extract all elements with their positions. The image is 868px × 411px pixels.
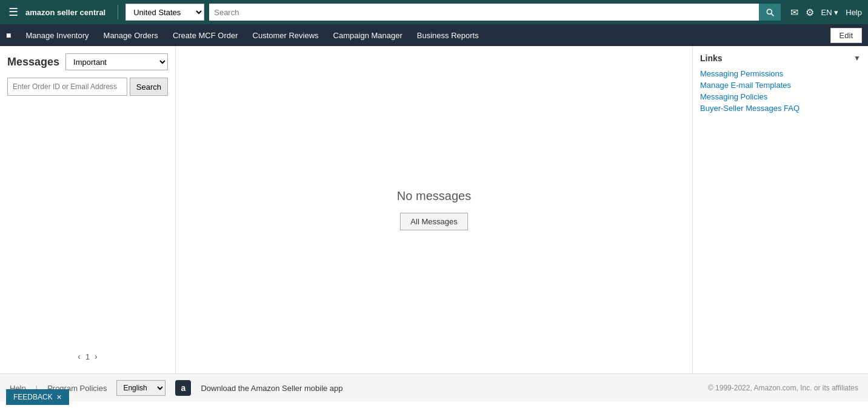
language-selector[interactable]: EN ▾ xyxy=(821,8,839,17)
order-search-button[interactable]: Search xyxy=(130,78,168,96)
left-sidebar: Messages Important All Unread Search ‹ 1… xyxy=(0,46,176,373)
language-dropdown[interactable]: English Español Français Deutsch xyxy=(116,380,165,396)
nav-bar: ■ Manage Inventory Manage Orders Create … xyxy=(0,24,868,46)
nav-square-icon[interactable]: ■ xyxy=(6,30,11,40)
hamburger-icon[interactable]: ☰ xyxy=(6,3,21,21)
nav-campaign-manager[interactable]: Campaign Manager xyxy=(326,24,410,46)
order-search-input[interactable] xyxy=(7,78,127,96)
all-messages-button[interactable]: All Messages xyxy=(400,213,467,230)
messages-filter-dropdown[interactable]: Important All Unread xyxy=(65,53,168,70)
pagination: ‹ 1 › xyxy=(7,347,168,366)
copyright-text: © 1999-2022, Amazon.com, Inc. or its aff… xyxy=(708,384,858,392)
right-panel: Links ▼ Messaging Permissions Manage E-m… xyxy=(692,46,868,373)
nav-manage-orders[interactable]: Manage Orders xyxy=(96,24,165,46)
footer: Help | Program Policies English Español … xyxy=(0,373,868,402)
amazon-app-icon: a xyxy=(175,380,191,396)
feedback-label: FEEDBACK xyxy=(13,393,53,401)
links-title: Links xyxy=(700,53,723,63)
messages-title: Messages xyxy=(7,56,59,68)
messages-header: Messages Important All Unread xyxy=(7,53,168,70)
feedback-button[interactable]: FEEDBACK ✕ xyxy=(6,389,69,402)
main-layout: Messages Important All Unread Search ‹ 1… xyxy=(0,46,868,373)
download-app-text[interactable]: Download the Amazon Seller mobile app xyxy=(201,384,342,393)
no-messages-label: No messages xyxy=(397,189,471,203)
feedback-close-icon[interactable]: ✕ xyxy=(56,393,62,401)
nav-manage-inventory[interactable]: Manage Inventory xyxy=(18,24,96,46)
links-header: Links ▼ xyxy=(700,53,861,63)
search-input[interactable] xyxy=(209,4,758,21)
current-page: 1 xyxy=(85,352,90,361)
next-page-button[interactable]: › xyxy=(95,352,98,361)
help-link[interactable]: Help xyxy=(846,8,862,17)
search-icon xyxy=(765,7,775,17)
link-messaging-policies[interactable]: Messaging Policies xyxy=(700,92,861,101)
gear-icon[interactable]: ⚙ xyxy=(806,7,814,18)
link-buyer-seller-faq[interactable]: Buyer-Seller Messages FAQ xyxy=(700,104,861,113)
header-icons: ✉ ⚙ EN ▾ Help xyxy=(790,7,862,18)
header-separator xyxy=(118,5,118,19)
top-header: ☰ amazon seller central United States ✉ … xyxy=(0,0,868,24)
links-chevron-icon[interactable]: ▼ xyxy=(853,54,861,62)
prev-page-button[interactable]: ‹ xyxy=(78,352,81,361)
link-messaging-permissions[interactable]: Messaging Permissions xyxy=(700,69,861,78)
search-bar xyxy=(209,4,780,21)
edit-button[interactable]: Edit xyxy=(830,28,862,43)
country-select[interactable]: United States xyxy=(125,4,204,21)
nav-business-reports[interactable]: Business Reports xyxy=(410,24,486,46)
sidebar-spacer xyxy=(7,103,168,347)
nav-customer-reviews[interactable]: Customer Reviews xyxy=(245,24,326,46)
search-button[interactable] xyxy=(759,4,781,21)
logo-area: amazon seller central xyxy=(25,8,105,17)
logo-text: amazon seller central xyxy=(25,8,105,17)
center-content: No messages All Messages xyxy=(176,46,692,373)
link-manage-email-templates[interactable]: Manage E-mail Templates xyxy=(700,81,861,90)
order-search-row: Search xyxy=(7,78,168,96)
nav-create-mcf-order[interactable]: Create MCF Order xyxy=(165,24,245,46)
mail-icon[interactable]: ✉ xyxy=(790,7,798,18)
